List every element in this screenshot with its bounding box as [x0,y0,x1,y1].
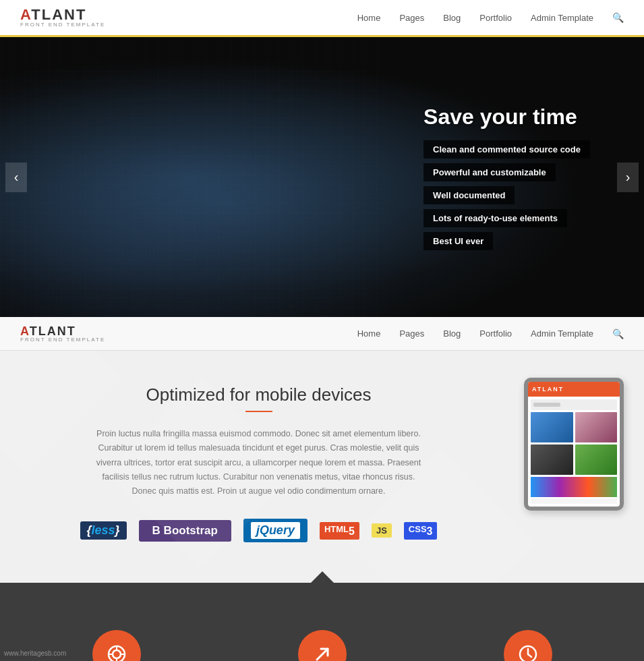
feature-icon-timesaver [504,630,552,661]
phone-img-1 [531,412,573,442]
features-title: Optimized for mobile devices [20,384,497,405]
tech-less-badge: {less} [80,521,127,540]
phone-mockup: ATLANT [524,378,624,511]
svg-point-1 [113,650,121,658]
secondary-search-icon-button[interactable]: 🔍 [612,328,624,339]
hero-title: Save your time [423,105,590,130]
phone-nav-bar [531,399,617,410]
feature-card-timesaver: Time Saver With this template you will s… [447,630,609,661]
tech-css3-badge: CSS3 [404,522,438,540]
logo[interactable]: ATLANT FRONT END TEMPLATE [20,7,105,28]
hero-content: Save your time Clean and commented sourc… [423,105,590,250]
features-text-area: Optimized for mobile devices Proin luctu… [20,384,497,542]
tech-js-badge: JS [372,523,392,538]
tech-jquery-badge: jQuery [243,519,308,542]
phone-footer-bar [531,498,617,504]
secondary-nav-home[interactable]: Home [357,328,381,339]
secondary-nav-admin-template[interactable]: Admin Template [531,328,593,339]
features-description: Proin luctus nulla fringilla massa euism… [90,427,428,498]
logo-name: ATLANT [20,7,105,22]
logo-a: A [20,6,31,23]
top-navbar: ATLANT FRONT END TEMPLATE Home Pages Blo… [0,0,644,37]
mobile-features-section: Optimized for mobile devices Proin luctu… [0,351,644,583]
phone-color-bar [531,477,617,497]
nav-admin-template[interactable]: Admin Template [531,13,593,23]
dark-features-section: Free Updates & Support We provide suppor… [0,596,644,661]
support-icon [106,643,127,661]
hero-feature-3: Well documented [423,186,515,204]
secondary-nav-links: Home Pages Blog Portfolio Admin Template… [357,328,624,339]
phone-img-4 [575,444,618,475]
secondary-nav-portfolio[interactable]: Portfolio [479,328,512,339]
nav-blog[interactable]: Blog [443,13,461,23]
feature-icon-support [92,630,141,661]
phone-frame: ATLANT [524,378,624,511]
phone-image-grid [531,412,617,475]
tech-bootstrap-badge: B Bootstrap [139,520,231,542]
nav-links: Home Pages Blog Portfolio Admin Template… [357,12,624,23]
clock-icon [517,643,539,661]
logo-tagline: FRONT END TEMPLATE [20,22,105,28]
hero-features-list: Clean and commented source code Powerful… [423,140,590,250]
logo-secondary-name: ATLANT [20,325,105,337]
logo-secondary-a: A [20,324,30,338]
nav-pages[interactable]: Pages [399,13,424,23]
hero-feature-1: Clean and commented source code [423,140,590,159]
logo-secondary-tagline: FRONT END TEMPLATE [20,337,105,343]
hero-prev-button[interactable]: ‹ [5,163,27,192]
phone-img-3 [531,444,573,475]
phone-content [528,397,620,507]
hero-feature-2: Powerful and customizable [423,163,556,181]
nav-portfolio[interactable]: Portfolio [479,13,512,23]
hero-feature-4: Lots of ready-to-use elements [423,209,567,227]
phone-nav-item [533,403,560,407]
hero-section: ‹ Save your time Clean and commented sou… [0,37,644,317]
feature-icon-responsive [298,630,347,661]
tech-logos-row: {less} B Bootstrap jQuery HTML5 JS CSS3 [20,519,497,542]
nav-home[interactable]: Home [357,13,381,23]
search-icon-button[interactable]: 🔍 [612,12,624,23]
phone-img-2 [575,412,618,442]
feature-card-responsive: Responsive & Retina Ready Template build… [241,630,403,661]
hero-next-button[interactable]: › [617,163,639,192]
responsive-icon [312,643,333,661]
features-title-underline [245,411,272,412]
secondary-navbar: ATLANT FRONT END TEMPLATE Home Pages Blo… [0,317,644,351]
hero-feature-5: Best UI ever [423,232,493,250]
phone-header: ATLANT [528,382,620,397]
hero-keyboard-pattern [0,37,386,317]
logo-secondary[interactable]: ATLANT FRONT END TEMPLATE [20,325,105,343]
secondary-nav-blog[interactable]: Blog [443,328,461,339]
section-divider [0,583,644,596]
feature-card-support: Free Updates & Support We provide suppor… [36,630,198,661]
secondary-nav-pages[interactable]: Pages [399,328,424,339]
tech-html5-badge: HTML5 [320,522,359,540]
svg-line-8 [528,654,531,657]
